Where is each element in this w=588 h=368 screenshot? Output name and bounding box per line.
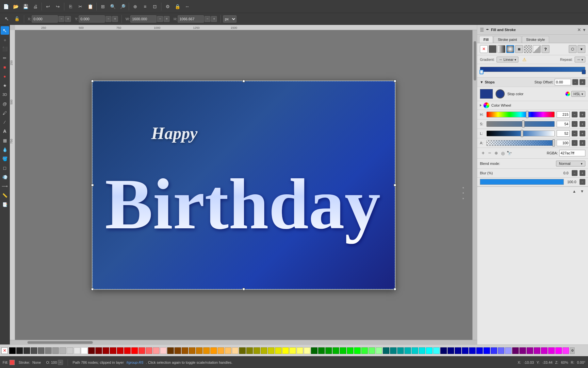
palette-color-51[interactable] [376,347,382,354]
palette-color-20[interactable] [153,347,159,354]
h-plus[interactable]: + [211,16,217,22]
gradient-stop-left[interactable] [480,70,483,74]
measure-tool[interactable]: 📏 [1,191,9,200]
opacity-status-minus[interactable]: − [58,360,63,365]
select-tool[interactable]: ↖ [1,26,9,35]
palette-color-73[interactable] [534,347,540,354]
palette-color-64[interactable] [469,347,476,354]
h-plus[interactable]: + [580,112,585,117]
s-plus[interactable]: + [580,121,585,127]
distribute-button[interactable]: ↔ [183,2,192,11]
palette-color-31[interactable] [232,347,238,354]
opacity-minus[interactable]: − [580,179,585,185]
palette-color-17[interactable] [131,347,138,354]
canvas-container[interactable]: Happy [15,30,472,340]
fill-extra-1[interactable]: ⬡ [569,45,577,53]
stops-collapse-btn[interactable]: ▼ [480,80,483,84]
pages-tool[interactable]: 📑 [1,200,9,209]
palette-color-16[interactable] [124,347,131,354]
palette-color-5[interactable] [45,347,52,354]
palette-color-35[interactable] [261,347,267,354]
transform-button[interactable]: ⊡ [150,2,159,11]
palette-color-19[interactable] [146,347,152,354]
palette-color-72[interactable] [527,347,533,354]
pencil-tool[interactable]: ✏ [1,54,9,62]
palette-color-74[interactable] [541,347,547,354]
h-minus[interactable]: − [572,112,578,117]
palette-color-55[interactable] [404,347,411,354]
palette-color-21[interactable] [160,347,167,354]
tab-stroke-paint[interactable]: Stroke paint [494,36,521,43]
color-wheel-row[interactable]: Color Wheel [477,101,588,110]
calligraphy-tool[interactable]: ∕ [1,118,9,126]
palette-color-63[interactable] [462,347,468,354]
palette-color-28[interactable] [210,347,217,354]
w-plus[interactable]: + [164,16,170,22]
y-minus[interactable]: − [106,16,111,22]
a-slider-thumb[interactable] [552,139,555,147]
palette-color-67[interactable] [491,347,497,354]
palette-color-24[interactable] [182,347,188,354]
x-input[interactable] [32,15,58,23]
x-plus[interactable]: + [65,16,71,22]
l-slider-thumb[interactable] [521,130,523,137]
rect-tool[interactable]: ■ [1,63,9,71]
cut-button[interactable]: ✂ [76,2,85,11]
palette-color-46[interactable] [340,347,346,354]
palette-color-71[interactable] [519,347,526,354]
x-minus[interactable]: − [58,16,64,22]
palette-color-13[interactable] [103,347,109,354]
h-minus[interactable]: − [204,16,210,22]
select-tool-btn[interactable]: ↖ [2,14,11,24]
lock-button[interactable]: 🔒 [173,2,182,11]
palette-color-39[interactable] [289,347,296,354]
palette-color-44[interactable] [325,347,332,354]
handle-bm[interactable] [242,288,245,290]
palette-color-3[interactable] [31,347,37,354]
lock-aspect-btn[interactable]: 🔓 [12,14,22,24]
canvas-scrollbar-h[interactable] [10,340,477,344]
a-value-input[interactable] [557,140,570,146]
a-minus[interactable]: − [572,140,578,146]
palette-color-66[interactable] [483,347,490,354]
palette-color-6[interactable] [52,347,59,354]
palette-color-15[interactable] [117,347,123,354]
palette-color-34[interactable] [253,347,260,354]
xml-editor-button[interactable]: ⚙ [163,2,172,11]
color-sample-btn[interactable]: ◎ [499,150,506,156]
zoom-in-button[interactable]: 🔍 [108,2,117,11]
remove-stop-btn[interactable]: − [486,150,493,156]
palette-color-29[interactable] [218,347,224,354]
palette-color-10[interactable] [81,347,88,354]
open-button[interactable]: 📂 [11,2,20,11]
h-slider[interactable] [486,112,555,117]
s-value-input[interactable] [557,121,570,127]
palette-color-48[interactable] [354,347,361,354]
stop-offset-minus[interactable]: − [572,79,578,85]
a-plus[interactable]: + [580,140,585,146]
fill-extra-2[interactable]: ♥ [578,45,585,53]
w-input[interactable] [130,15,156,23]
new-button[interactable]: 📄 [1,2,10,11]
star-tool[interactable]: ★ [1,81,9,90]
dropper-tool[interactable]: 💧 [1,145,9,154]
spiral-tool[interactable]: @ [1,99,9,108]
palette-color-32[interactable] [239,347,246,354]
handle-ml[interactable] [91,184,94,186]
panel-scroll-up[interactable]: ▲ [571,188,578,195]
palette-color-56[interactable] [412,347,418,354]
undo-button[interactable]: ↩ [43,2,53,11]
handle-tl[interactable] [91,80,94,82]
paint-bucket-tool[interactable]: 🪣 [1,154,9,163]
tab-stroke-style[interactable]: Stroke style [522,36,549,43]
palette-color-70[interactable] [512,347,519,354]
group-button[interactable]: ⊕ [131,2,140,11]
palette-color-43[interactable] [318,347,325,354]
palette-scroll-btn[interactable]: ⚙ [570,347,575,354]
stop-color-swatch[interactable] [480,89,493,99]
stop-offset-input[interactable] [555,79,571,85]
s-minus[interactable]: − [572,121,578,127]
tab-fill[interactable]: Fill [479,36,493,43]
l-plus[interactable]: + [580,131,585,136]
palette-color-61[interactable] [448,347,454,354]
